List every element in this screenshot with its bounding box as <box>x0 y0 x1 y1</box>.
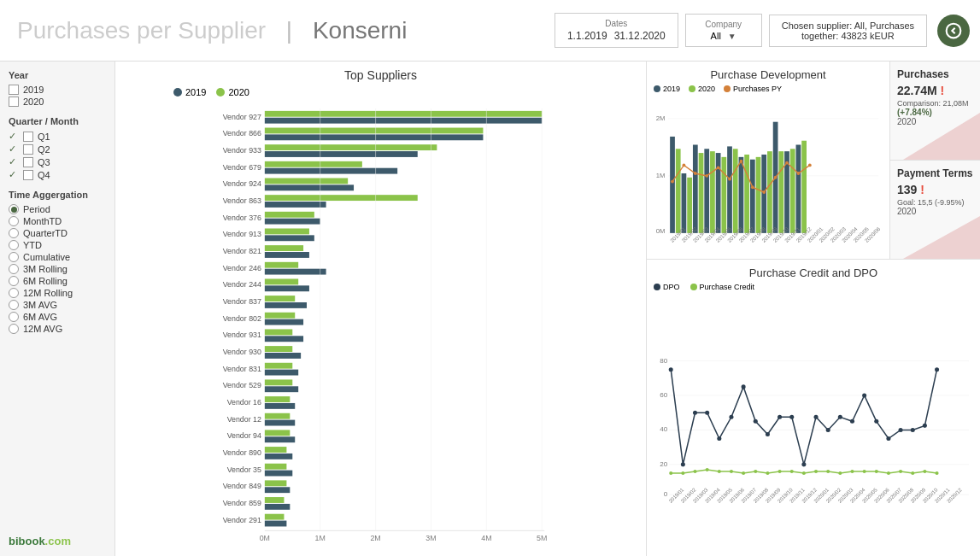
svg-text:Vendor 679: Vendor 679 <box>223 163 261 172</box>
svg-rect-36 <box>265 302 307 308</box>
year-2020-checkbox[interactable] <box>9 97 19 107</box>
svg-rect-75 <box>265 521 287 527</box>
main-content: Year 2019 2020 Quarter / Month ✓ Q1 <box>0 61 980 556</box>
svg-point-169 <box>766 432 770 436</box>
svg-rect-26 <box>265 245 303 251</box>
svg-point-174 <box>826 428 830 432</box>
svg-rect-39 <box>265 319 303 325</box>
svg-text:2M: 2M <box>656 114 666 122</box>
purchases-kpi-exclaim: ! <box>941 84 945 97</box>
top-suppliers-chart: Vendor 927 Vendor 866 Vendor 933 Vendor … <box>122 104 639 549</box>
svg-rect-38 <box>265 313 295 319</box>
3m-rolling-radio[interactable] <box>9 264 19 274</box>
svg-text:Vendor 930: Vendor 930 <box>223 348 261 356</box>
quarter-q4[interactable]: ✓ Q4 <box>9 168 106 181</box>
q1-check: ✓ <box>9 131 19 142</box>
svg-point-124 <box>740 160 743 163</box>
svg-rect-69 <box>265 487 290 493</box>
bibook-logo: bibook.com <box>9 526 106 547</box>
svg-rect-53 <box>265 396 290 402</box>
time-quartertd[interactable]: QuarterTD <box>9 227 106 239</box>
dropdown-icon: ▼ <box>728 32 736 41</box>
quarter-q2[interactable]: ✓ Q2 <box>9 143 106 155</box>
svg-point-206 <box>936 471 939 475</box>
svg-point-163 <box>693 411 697 415</box>
dates-filter[interactable]: Dates 1.1.2019 31.12.2020 <box>555 13 678 48</box>
svg-rect-115 <box>778 151 783 233</box>
svg-text:Vendor 94: Vendor 94 <box>227 431 261 440</box>
3m-avg-radio[interactable] <box>9 300 19 310</box>
svg-text:60: 60 <box>660 391 667 399</box>
svg-point-128 <box>785 161 789 165</box>
svg-rect-17 <box>265 195 418 201</box>
supplier-line2: together: 43823 kEUR <box>782 31 914 41</box>
svg-text:Vendor 866: Vendor 866 <box>223 129 261 138</box>
svg-rect-97 <box>704 149 709 233</box>
6m-rolling-radio[interactable] <box>9 276 19 286</box>
svg-rect-27 <box>265 252 309 258</box>
time-monthtd[interactable]: MonthTD <box>9 215 106 227</box>
time-ytd[interactable]: YTD <box>9 239 106 251</box>
svg-point-172 <box>801 462 806 466</box>
company-filter[interactable]: Company All ▼ <box>685 14 762 47</box>
pd-legend-2019: 2019 <box>663 85 680 93</box>
q1-checkbox[interactable] <box>23 132 33 142</box>
time-6m-avg[interactable]: 6M AVG <box>9 311 106 323</box>
svg-point-165 <box>717 436 721 441</box>
payment-year: 2020 <box>897 207 973 216</box>
6m-avg-radio[interactable] <box>9 312 19 322</box>
top-suppliers-panel: Top Suppliers 2019 2020 Vendor 927 <box>115 61 647 556</box>
time-cumulative[interactable]: Cumulative <box>9 251 106 263</box>
quarter-q3[interactable]: ✓ Q3 <box>9 155 106 168</box>
time-3m-avg[interactable]: 3M AVG <box>9 299 106 311</box>
credit-legend-dot <box>690 284 697 290</box>
q4-checkbox[interactable] <box>23 170 33 180</box>
svg-rect-106 <box>676 149 681 233</box>
time-12m-avg[interactable]: 12M AVG <box>9 323 106 335</box>
svg-rect-116 <box>790 149 795 233</box>
time-12m-rolling[interactable]: 12M Rolling <box>9 287 106 299</box>
svg-text:0M: 0M <box>260 534 270 542</box>
purchase-credit-legend: DPO Purchase Credit <box>654 283 973 291</box>
year-2019[interactable]: 2019 <box>9 84 106 96</box>
svg-rect-8 <box>265 144 437 150</box>
year-2020[interactable]: 2020 <box>9 96 106 108</box>
back-button[interactable] <box>937 15 970 47</box>
time-6m-rolling[interactable]: 6M Rolling <box>9 275 106 287</box>
svg-point-196 <box>814 470 818 473</box>
svg-rect-41 <box>265 329 292 335</box>
svg-rect-111 <box>733 149 738 233</box>
time-period[interactable]: Period <box>9 203 106 215</box>
svg-text:4M: 4M <box>481 534 491 542</box>
12m-avg-radio[interactable] <box>9 324 19 334</box>
svg-text:40: 40 <box>660 425 667 433</box>
year-2019-checkbox[interactable] <box>9 85 19 95</box>
quartertd-radio[interactable] <box>9 228 19 238</box>
payment-kpi-exclaim: ! <box>920 183 924 196</box>
svg-text:Vendor 837: Vendor 837 <box>223 297 261 306</box>
company-value: All <box>711 31 721 41</box>
pd-legend-2020: 2020 <box>698 85 715 93</box>
time-3m-rolling[interactable]: 3M Rolling <box>9 263 106 275</box>
svg-text:Vendor 849: Vendor 849 <box>223 482 261 490</box>
ytd-radio[interactable] <box>9 240 19 250</box>
12m-rolling-radio[interactable] <box>9 288 19 298</box>
svg-point-123 <box>728 178 731 181</box>
quarter-q1[interactable]: ✓ Q1 <box>9 130 106 143</box>
svg-point-125 <box>751 185 754 189</box>
svg-rect-108 <box>699 153 704 233</box>
q3-checkbox[interactable] <box>23 157 33 167</box>
pd-legend-2019-dot <box>654 85 660 92</box>
monthtd-radio[interactable] <box>9 216 19 226</box>
quarter-title: Quarter / Month <box>9 116 106 126</box>
svg-rect-35 <box>265 296 295 301</box>
svg-point-186 <box>693 470 696 473</box>
svg-text:Vendor 35: Vendor 35 <box>227 465 261 474</box>
q2-checkbox[interactable] <box>23 144 33 155</box>
svg-text:Vendor 244: Vendor 244 <box>223 280 261 289</box>
period-radio[interactable] <box>9 204 19 214</box>
top-suppliers-legend: 2019 2020 <box>122 87 639 97</box>
purchases-comparison: Comparison: 21,08M <box>897 99 973 108</box>
cumulative-radio[interactable] <box>9 252 19 262</box>
purchases-triangle <box>903 113 980 160</box>
